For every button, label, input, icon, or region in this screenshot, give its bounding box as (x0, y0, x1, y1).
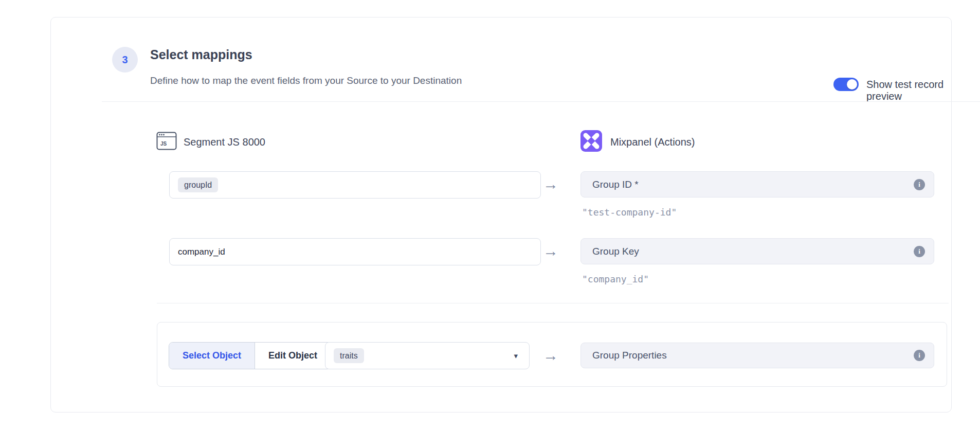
js-browser-icon: JS (156, 132, 177, 152)
toggle-label: Show test record preview (866, 79, 951, 102)
info-icon[interactable]: i (914, 246, 925, 257)
mappings-card: 3 Select mappings Define how to map the … (50, 17, 952, 413)
arrow-right-icon: → (539, 176, 562, 192)
preview-value-group-key: "company_id" (582, 274, 649, 284)
destination-field-label: Group Key (592, 246, 639, 257)
header-divider (102, 101, 980, 102)
field-chip-groupid[interactable]: groupId (178, 177, 218, 192)
source-field-input-company-id[interactable]: company_id (169, 238, 541, 265)
edit-object-button[interactable]: Edit Object (255, 343, 331, 369)
mixpanel-icon (580, 130, 602, 154)
source-name: Segment JS 8000 (184, 136, 265, 148)
preview-value-group-id: "test-company-id" (582, 207, 677, 218)
arrow-right-icon: → (539, 348, 562, 363)
destination-header: Mixpanel (Actions) (580, 130, 695, 154)
source-field-input-groupid[interactable]: groupId (169, 171, 541, 199)
select-object-button[interactable]: Select Object (169, 343, 255, 369)
toggle-knob (847, 79, 857, 89)
destination-field-label: Group ID * (592, 179, 639, 190)
object-source-dropdown[interactable]: traits ▾ (325, 342, 530, 369)
field-chip-traits[interactable]: traits (334, 348, 364, 363)
input-text-company-id: company_id (178, 247, 225, 257)
source-header: JS Segment JS 8000 (156, 132, 265, 152)
chevron-down-icon: ▾ (514, 351, 518, 361)
destination-name: Mixpanel (Actions) (610, 136, 695, 148)
object-button-group: Select Object Edit Object (169, 342, 331, 369)
test-record-preview-toggle[interactable] (833, 78, 859, 91)
select-mappings-page: 3 Select mappings Define how to map the … (0, 0, 980, 430)
arrow-right-icon: → (539, 243, 562, 259)
step-number: 3 (122, 54, 128, 66)
destination-field-group-properties: Group Properties i (580, 343, 934, 368)
destination-field-group-id: Group ID * i (580, 171, 934, 198)
info-icon[interactable]: i (914, 350, 925, 361)
destination-field-label: Group Properties (592, 350, 667, 361)
step-badge: 3 (112, 47, 138, 73)
destination-field-group-key: Group Key i (580, 238, 934, 264)
svg-text:JS: JS (160, 141, 167, 147)
info-icon[interactable]: i (914, 179, 925, 190)
section-divider (157, 303, 949, 303)
page-subtitle: Define how to map the event fields from … (150, 75, 462, 86)
page-title: Select mappings (150, 47, 252, 62)
